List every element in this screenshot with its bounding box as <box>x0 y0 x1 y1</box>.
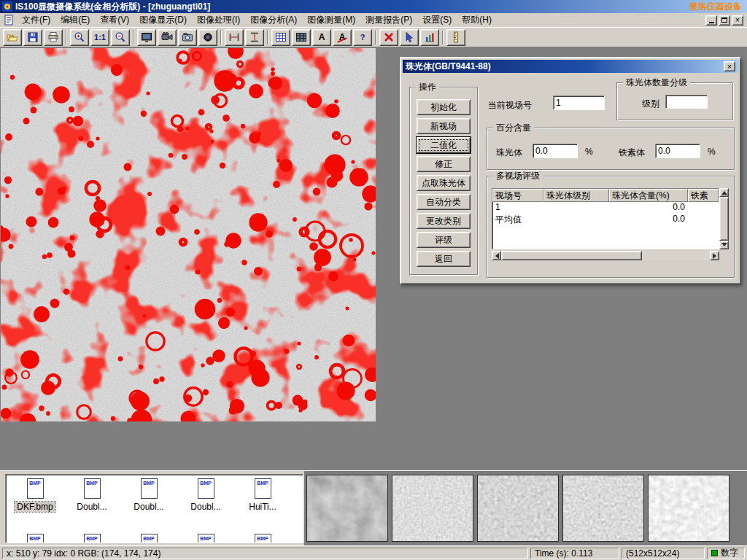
time-panel: Time (s): 0.113 <box>530 548 619 559</box>
help-button[interactable]: ? <box>353 29 372 46</box>
scroll-up-button[interactable] <box>719 188 729 197</box>
initialize-button[interactable]: 初始化 <box>417 99 471 115</box>
toolbar-separator <box>267 31 268 44</box>
file-item[interactable]: BMP Doubl... <box>120 475 177 530</box>
table-horizontal-scrollbar[interactable] <box>492 251 719 260</box>
file-item[interactable]: BMP Doubl... <box>177 475 234 530</box>
thumbnail[interactable] <box>392 475 473 542</box>
dialog-title-bar[interactable]: 珠光体(GB/T9441-88) × <box>403 60 738 73</box>
return-button[interactable]: 返回 <box>417 251 471 267</box>
chart-button[interactable] <box>420 29 439 46</box>
status-bar: x: 510 y: 79 idx: 0 RGB: (174, 174, 174)… <box>0 545 747 560</box>
arrow-left-icon <box>492 253 499 259</box>
level-input[interactable] <box>665 95 708 109</box>
current-field-input[interactable] <box>553 96 605 110</box>
snapshot-button[interactable] <box>198 29 217 46</box>
multifield-table[interactable]: 视场号 珠光体级别 珠光体含量(%) 铁素 1 0.0 平均值 0.0 <box>492 188 719 249</box>
horizontal-scroll-thumb[interactable] <box>501 251 642 260</box>
rate-button[interactable]: 评级 <box>417 232 471 248</box>
child-window-controls: × <box>705 15 746 26</box>
thumbnail[interactable] <box>306 475 388 542</box>
binarize-button[interactable]: 二值化 <box>417 137 471 153</box>
child-minimize-button[interactable] <box>705 15 717 26</box>
menu-file[interactable]: 文件(F) <box>17 12 55 28</box>
operations-group: 操作 初始化 新视场 二值化 修正 点取珠光体 自动分类 更改类别 评级 返回 <box>409 87 478 275</box>
file-item[interactable]: BMP DKF.bmp <box>7 475 63 530</box>
file-item[interactable]: BMP <box>7 530 63 543</box>
operations-group-label: 操作 <box>416 82 439 93</box>
column-grade: 珠光体级别 <box>543 189 609 202</box>
measure-height-button[interactable] <box>245 29 264 46</box>
pearlite-unit: % <box>585 147 593 157</box>
thumbnail[interactable] <box>477 475 559 542</box>
current-field-label: 当前视场号 <box>488 99 532 112</box>
video-button[interactable] <box>158 29 177 46</box>
scroll-down-button[interactable] <box>719 241 729 249</box>
file-item[interactable]: BMP <box>120 530 177 543</box>
ruler-button[interactable] <box>446 29 465 46</box>
level-label: 级别 <box>642 98 659 110</box>
menu-image-display[interactable]: 图像显示(D) <box>134 12 192 28</box>
table-row[interactable]: 1 0.0 <box>492 202 719 214</box>
menu-edit[interactable]: 编辑(E) <box>55 12 95 28</box>
ferrite-input[interactable] <box>655 144 700 158</box>
bmp-file-icon: BMP <box>27 534 44 543</box>
correct-button[interactable]: 修正 <box>417 156 471 172</box>
bmp-file-icon: BMP <box>141 478 158 499</box>
font-edit-button[interactable]: A <box>333 29 352 46</box>
dialog-close-button[interactable]: × <box>724 61 735 71</box>
toolbar-separator <box>220 31 222 44</box>
app-icon <box>2 1 12 12</box>
actual-size-button[interactable]: 1:1 <box>90 29 109 46</box>
measure-width-button[interactable] <box>225 29 244 46</box>
vertical-scroll-thumb[interactable] <box>719 197 729 241</box>
pearlite-input[interactable] <box>533 144 578 158</box>
close-icon: × <box>735 17 740 24</box>
file-browser[interactable]: BMP DKF.bmp BMP Doubl... BMP Doubl... BM… <box>5 474 303 543</box>
capture-button[interactable] <box>137 29 156 46</box>
pearlite-dialog: 珠光体(GB/T9441-88) × 操作 初始化 新视场 二值化 修正 点取珠… <box>400 57 741 284</box>
new-field-button[interactable]: 新视场 <box>417 118 471 134</box>
menu-image-measure[interactable]: 图像测量(M) <box>302 12 360 28</box>
scroll-right-button[interactable] <box>710 251 719 260</box>
menu-image-analysis[interactable]: 图像分析(A) <box>245 12 302 28</box>
thumbnail[interactable] <box>562 475 644 542</box>
file-item[interactable]: BMP HuiTi... <box>234 475 291 530</box>
save-button[interactable] <box>23 29 42 46</box>
file-item[interactable]: BMP <box>177 530 234 543</box>
grid-dark-button[interactable] <box>292 29 311 46</box>
file-item[interactable]: BMP <box>63 530 120 543</box>
open-button[interactable] <box>3 29 22 46</box>
file-item[interactable]: BMP <box>234 530 291 543</box>
delete-button[interactable] <box>379 29 398 46</box>
font-button[interactable]: A <box>312 29 331 46</box>
print-button[interactable] <box>44 29 63 46</box>
micrograph[interactable] <box>1 48 376 421</box>
file-item[interactable]: BMP Doubl... <box>63 475 120 530</box>
column-pearlite-pct: 珠光体含量(%) <box>609 189 688 202</box>
menu-measure-report[interactable]: 测量报告(P) <box>360 12 417 28</box>
change-class-button[interactable]: 更改类别 <box>417 213 471 229</box>
zoom-out-button[interactable] <box>111 29 130 46</box>
table-row[interactable]: 平均值 0.0 <box>492 214 719 225</box>
pick-pearlite-button[interactable]: 点取珠光体 <box>417 175 471 191</box>
menu-help[interactable]: 帮助(H) <box>457 12 497 28</box>
thumbnail[interactable] <box>648 475 729 542</box>
red-x-icon <box>383 31 395 43</box>
grading-group: 珠光体数量分级 级别 <box>616 82 733 120</box>
scroll-left-button[interactable] <box>492 251 501 260</box>
camera-button[interactable] <box>178 29 197 46</box>
photo-camera-icon <box>182 31 193 43</box>
menu-view[interactable]: 查看(V) <box>95 12 134 28</box>
pointer-button[interactable] <box>400 29 419 46</box>
child-restore-button[interactable] <box>719 15 730 26</box>
ruler-icon <box>450 31 462 43</box>
grid-button[interactable] <box>271 29 290 46</box>
question-icon: ? <box>360 33 365 42</box>
menu-image-processing[interactable]: 图像处理(I) <box>192 12 245 28</box>
menu-settings[interactable]: 设置(S) <box>417 12 457 28</box>
auto-classify-button[interactable]: 自动分类 <box>417 194 471 210</box>
zoom-in-button[interactable] <box>70 29 89 46</box>
child-close-button[interactable]: × <box>732 15 743 26</box>
table-vertical-scrollbar[interactable] <box>719 188 729 249</box>
